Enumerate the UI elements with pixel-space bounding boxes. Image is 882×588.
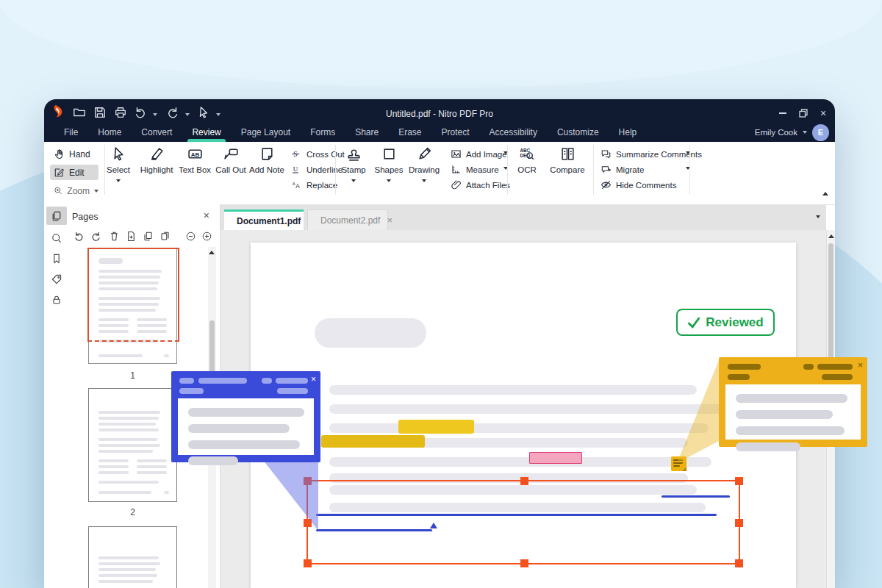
text-line-placeholder (98, 580, 153, 583)
account-menu[interactable]: Emily Cook E (755, 123, 829, 142)
select-tool[interactable]: Select (98, 146, 139, 182)
compare-tool[interactable]: Compare (547, 146, 588, 174)
rail-bookmarks-button[interactable] (46, 249, 67, 268)
resize-handle[interactable] (304, 477, 312, 485)
highlight-tool[interactable]: Highlight (136, 146, 177, 174)
copy-page-icon[interactable] (143, 231, 154, 243)
rail-tags-button[interactable] (46, 270, 67, 288)
svg-text:A: A (293, 182, 295, 186)
yellow-note-popup[interactable]: × (719, 357, 867, 447)
edit-tool-button[interactable]: Edit (50, 165, 98, 180)
avatar[interactable]: E (812, 124, 829, 141)
tab-erase[interactable]: Erase (398, 123, 421, 142)
resize-handle[interactable] (304, 519, 312, 527)
tab-protect[interactable]: Protect (442, 123, 470, 142)
hand-tool-button[interactable]: Hand (50, 146, 98, 162)
text-line-placeholder (98, 465, 129, 468)
measure-tool[interactable]: Measure (451, 163, 499, 176)
ocr-tool[interactable]: ABCDEQ OCR (506, 146, 548, 174)
ribbon-divider (689, 145, 690, 195)
text-box-tool[interactable]: AB Text Box (174, 146, 215, 174)
resize-handle[interactable] (520, 559, 528, 567)
popup-author-placeholder (728, 364, 761, 370)
rail-search-button[interactable] (46, 229, 67, 247)
selection-rectangle[interactable] (306, 480, 740, 564)
thumbnails-zoom-out[interactable] (185, 231, 197, 243)
tab-list-dropdown[interactable] (816, 215, 820, 218)
close-popup-icon[interactable]: × (858, 360, 863, 370)
tab-review[interactable]: Review (192, 123, 220, 142)
replace-tool[interactable]: AA Replace (291, 179, 337, 191)
resize-handle[interactable] (735, 519, 743, 527)
drawing-dropdown[interactable] (422, 179, 426, 182)
scroll-up-arrow-icon[interactable] (209, 251, 215, 254)
yellow-highlight-annotation[interactable] (398, 420, 474, 434)
text-line-placeholder (98, 568, 156, 571)
tab-forms[interactable]: Forms (310, 123, 335, 142)
zoom-dropdown[interactable] (94, 190, 98, 193)
rotate-left-icon[interactable] (74, 231, 85, 243)
background-glow (0, 0, 882, 88)
page-thumbnail-3[interactable] (88, 526, 177, 588)
attach-files-tool[interactable]: Attach Files (451, 179, 510, 191)
migrate-tool[interactable]: Migrate (600, 163, 644, 176)
resize-handle[interactable] (520, 477, 528, 485)
minimize-button[interactable] (775, 107, 791, 120)
rail-pages-button[interactable] (46, 207, 67, 225)
popup-body[interactable] (725, 384, 861, 440)
blue-comment-popup[interactable]: × (171, 371, 320, 462)
rail-security-button[interactable] (46, 290, 67, 309)
reviewed-stamp[interactable]: Reviewed (676, 309, 775, 336)
hide-comments-tool[interactable]: Hide Comments (600, 179, 676, 191)
tab-accessibility[interactable]: Accessibility (490, 123, 537, 142)
tab-file[interactable]: File (64, 123, 78, 142)
insert-page-icon[interactable] (126, 231, 137, 243)
text-line-placeholder (98, 562, 160, 565)
page-thumbnail-1[interactable] (88, 248, 177, 364)
document-tab-1[interactable]: Document1.pdf × (224, 209, 304, 230)
collapse-ribbon-button[interactable] (822, 192, 828, 196)
zoom-tool-button[interactable]: Zoom (50, 183, 98, 198)
popup-body[interactable] (178, 398, 314, 455)
pink-highlight-annotation[interactable] (529, 452, 582, 464)
stamp-dropdown[interactable] (351, 179, 356, 182)
shapes-dropdown[interactable] (387, 179, 391, 182)
text-line-placeholder (98, 438, 157, 441)
rotate-right-icon[interactable] (90, 231, 102, 243)
text-line-placeholder (98, 450, 153, 453)
close-tab-icon[interactable]: × (387, 215, 392, 226)
resize-handle[interactable] (304, 559, 312, 567)
select-dropdown[interactable] (116, 179, 121, 182)
tab-home[interactable]: Home (98, 123, 121, 142)
yellow-highlight-annotation[interactable] (321, 435, 425, 448)
ribbon-tab-bar: File Home Convert Review Page Layout For… (44, 123, 835, 142)
popup-meta-placeholder (179, 388, 204, 394)
scroll-up-arrow-icon[interactable] (828, 234, 834, 238)
duplicate-page-icon[interactable] (159, 231, 171, 243)
resize-handle[interactable] (735, 477, 743, 485)
close-popup-icon[interactable]: × (311, 374, 316, 384)
tab-help[interactable]: Help (619, 123, 637, 142)
tab-page-layout[interactable]: Page Layout (241, 123, 290, 142)
thumbnails-zoom-in[interactable] (201, 231, 213, 243)
restore-button[interactable] (795, 107, 811, 120)
document-tab-2[interactable]: Document2.pdf × (307, 209, 388, 230)
resize-handle[interactable] (735, 559, 743, 567)
tab-share[interactable]: Share (355, 123, 379, 142)
delete-page-icon[interactable] (109, 231, 121, 243)
call-out-tool[interactable]: Call Out (210, 146, 251, 174)
comment-text-placeholder (736, 426, 845, 435)
thumbnail-content (98, 398, 167, 487)
text-line-placeholder (98, 574, 157, 577)
close-button[interactable]: × (815, 107, 831, 120)
add-note-tool[interactable]: Add Note (246, 146, 287, 174)
page-thumbnail-2[interactable] (88, 388, 177, 502)
add-image-tool[interactable]: Add Image (451, 148, 507, 160)
tab-customize[interactable]: Customize (557, 123, 599, 142)
sticky-note-icon[interactable] (671, 456, 686, 471)
tab-convert[interactable]: Convert (141, 123, 172, 142)
document-page: Reviewed (251, 243, 796, 588)
pages-panel-close[interactable]: × (204, 209, 209, 221)
drawing-tool[interactable]: Drawing (404, 146, 445, 182)
text-line-placeholder (329, 404, 738, 414)
